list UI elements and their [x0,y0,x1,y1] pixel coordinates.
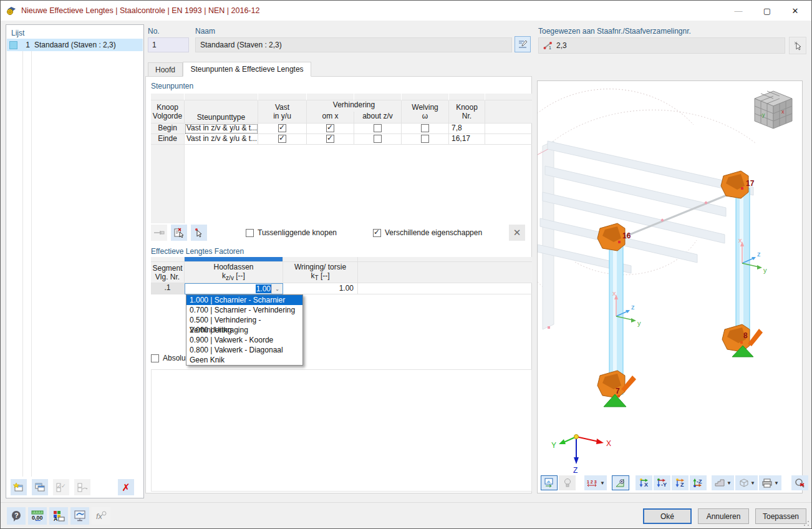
factors-table: SegmentVlg. Nr. Hoofdassen kz/v [--] Wri… [151,257,532,294]
svg-text:x: x [738,236,742,244]
col-knoop-nr: KnoopNr. [449,100,485,124]
decimals-icon: 0,00 [31,510,44,522]
cancel-button[interactable]: Annuleren [698,508,749,524]
solid-model-button[interactable]: ▼ [712,475,734,490]
support-type-cell[interactable]: Vast in z/v & y/u & t... [185,134,258,145]
checkbox-cell[interactable] [354,124,402,134]
nodes-cell[interactable]: 16,17 [449,134,485,145]
absolute-label: Absolu [163,354,186,362]
list-item-name: Standaard (Staven : 2,3) [34,41,116,49]
tab-hoofd[interactable]: Hoofd [148,62,183,77]
tab-hoofd-label: Hoofd [155,66,175,74]
svg-text:8: 8 [743,331,748,340]
new-entry-button[interactable] [11,479,27,495]
different-properties-checkbox[interactable] [373,229,381,237]
segment-row-header[interactable]: .1 [151,283,185,294]
checkbox-cell[interactable] [307,124,354,134]
display-properties-button[interactable]: A [49,507,68,525]
wireframe-cube-icon [738,478,749,488]
row-begin-header[interactable]: Begin [151,124,185,134]
svg-text:16: 16 [622,231,631,240]
copy-entry-button[interactable] [32,479,48,495]
print-button[interactable]: ▼ [759,475,781,490]
fixed-yu-checkbox [278,135,286,143]
checkbox-cell[interactable] [402,134,449,145]
apply-button[interactable]: Toepassen [755,508,806,524]
svg-text:17: 17 [746,179,755,188]
insert-node-button[interactable] [151,225,167,241]
resize-grip[interactable] [803,520,810,527]
ok-button[interactable]: Oké [643,508,692,524]
row-einde-header[interactable]: Einde [151,134,185,145]
dropdown-option[interactable]: 0.800 | Vakwerk - Diagonaal [186,345,302,355]
chevron-down-icon[interactable]: ⌄ [271,284,283,294]
svg-text:A: A [54,516,58,522]
col-segment: SegmentVlg. Nr. [151,262,185,283]
support-type-cell[interactable]: Vast in z/v & y/u & t... [185,124,258,134]
kt-value-cell[interactable]: 1.00 [283,283,358,294]
view-sync-button[interactable] [541,475,558,490]
help-button[interactable]: ? [7,507,26,525]
no-field[interactable]: 1 [148,37,189,52]
printer-icon [761,478,773,488]
toggle-selection-button[interactable] [74,479,90,495]
axis-minus-z-icon: -Z [692,478,705,488]
fixed-yu-checkbox [278,124,286,132]
maximize-button[interactable]: ▢ [753,1,781,21]
dropdown-option[interactable]: 0.500 | Verhindering - Verhindering [186,315,302,325]
cursor-pick-icon [793,41,803,51]
formula-button[interactable]: fx [92,507,110,525]
close-table-button[interactable]: ✕ [509,225,525,241]
dropdown-option[interactable]: 2.000 | Uitkraging [186,325,302,335]
checkbox-cell[interactable] [354,134,402,145]
view-z-button[interactable]: Z [672,475,689,490]
pick-members-button[interactable] [789,37,806,54]
delete-support-button[interactable] [171,225,187,241]
no-value: 1 [152,41,157,49]
col-welving: Welvingω [402,100,449,124]
units-settings-button[interactable]: 0,00 [28,507,47,525]
work-plane-button[interactable] [612,475,629,490]
tab-page: Steunpunten KnoopVolgorde Steunpunttype … [145,76,532,493]
dropdown-option[interactable]: Geen Knik [186,355,302,365]
dropdown-option[interactable]: 1.000 | Scharnier - Scharnier [186,295,302,305]
intermediate-nodes-checkbox[interactable] [246,229,254,237]
delete-entry-button[interactable]: ✗ [118,479,134,495]
svg-text:fx: fx [96,512,103,521]
svg-text:Z: Z [573,466,578,473]
assigned-field[interactable]: 1 2,3 [538,37,785,54]
row-header-gutter [151,145,185,223]
checkbox-cell[interactable] [258,134,307,145]
tab-steunpunten[interactable]: Steunpunten & Effectieve Lengtes [183,62,311,77]
pick-node-button[interactable] [191,225,207,241]
dropdown-option[interactable]: 0.900 | Vakwerk - Koorde [186,335,302,345]
absolute-checkbox[interactable] [151,354,159,362]
kzv-combobox[interactable]: 1.00 ⌄ [185,283,283,294]
3d-viewport[interactable]: x z y x z y 16 17 7 8 [537,80,803,493]
nodes-cell[interactable]: 7,8 [449,124,485,134]
kzv-value: 1.00 [256,284,271,293]
minimize-button[interactable]: — [724,1,753,21]
warping-checkbox [421,124,429,132]
list-item[interactable]: 1 Standaard (Staven : 2,3) [7,39,143,51]
checkbox-cell[interactable] [402,124,449,134]
comment-display-button[interactable] [70,507,89,525]
svg-text:x: x [781,109,785,115]
name-field[interactable]: Standaard (Staven : 2,3) [195,37,512,52]
view-x-button[interactable]: X [636,475,652,490]
lamp-icon [563,478,572,488]
zoom-reset-button[interactable] [791,475,808,490]
edit-name-button[interactable] [515,36,531,52]
dropdown-option[interactable]: 0.700 | Scharnier - Verhindering [186,305,302,315]
checkbox-cell[interactable] [258,124,307,134]
view-isometric-button[interactable]: -Z [690,475,707,490]
light-toggle-button[interactable] [559,475,576,490]
select-all-button[interactable]: ✓✓ [53,479,69,495]
checkbox-cell[interactable] [307,134,354,145]
numbering-button[interactable]: 1 2 3 ▼ [584,475,607,490]
wireframe-model-button[interactable]: ▼ [735,475,758,490]
svg-text:1: 1 [549,46,551,50]
close-button[interactable]: ✕ [781,1,809,21]
view-minus-y-button[interactable]: -Y [654,475,670,490]
svg-text:y: y [637,319,641,327]
